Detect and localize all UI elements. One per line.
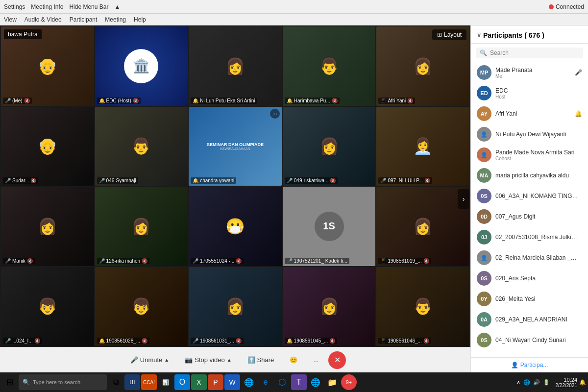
participant-name: maria pricilla cahyavika aldu [495, 172, 578, 179]
taskbar-app-5[interactable]: X [191, 374, 207, 390]
meeting-name-tag: bawa Putra [4, 29, 42, 39]
layout-button[interactable]: ⊞ Layout [432, 29, 466, 40]
search-taskbar[interactable]: 🔍Type here to search [19, 374, 107, 390]
list-item[interactable]: 0A 029_A3A_NELA ANDRIANI [471, 309, 588, 330]
video-cell-15: 👩 📱 1908561019_... 🔇 [376, 187, 469, 266]
hide-menu-bar-btn[interactable]: Hide Menu Bar [69, 3, 108, 10]
title-bar: Settings Meeting Info Hide Menu Bar ▲ Co… [0, 0, 588, 14]
battery-icon: 🔋 [543, 379, 550, 386]
tray-arrow[interactable]: ∧ [516, 379, 520, 386]
participant-label-4: 🔔 Harimbawa Pu... 🔇 [285, 98, 340, 104]
avatar: 👤 [477, 147, 491, 162]
participant-info: 04_Ni Wayan Cindy Sunari [495, 337, 578, 343]
video-cell-4: 👨 🔔 Harimbawa Pu... 🔇 [283, 26, 376, 106]
taskbar-app-2[interactable]: CCA! [141, 374, 157, 390]
layout-icon: ⊞ [437, 31, 442, 38]
taskbar-app-7[interactable]: W [224, 374, 240, 390]
list-item[interactable]: MA maria pricilla cahyavika aldu [471, 165, 588, 186]
menu-participant[interactable]: Participant [70, 16, 98, 23]
taskbar-app-3[interactable]: 📊 [158, 374, 173, 390]
menu-view[interactable]: View [4, 16, 17, 23]
taskbar-app-1[interactable]: BI [124, 374, 140, 390]
list-item[interactable]: 👤 Pande Made Nova Armita Sari Cohost [471, 145, 588, 165]
taskbar-app-4[interactable]: O [174, 374, 190, 390]
search-box: 🔍 [476, 48, 583, 58]
share-button[interactable]: ⬆️ Share [242, 353, 280, 367]
list-item[interactable]: 0Y 026_Meita Yesi [471, 289, 588, 309]
participant-name: 007_Agus Digit [495, 213, 578, 220]
list-item[interactable]: 👤 Ni Putu Ayu Dewi Wijayanti [471, 124, 588, 145]
taskbar-app-6[interactable]: P [208, 374, 223, 390]
taskbar-app-14[interactable]: 9+ [341, 374, 357, 390]
search-input[interactable] [490, 49, 579, 56]
video-dropdown[interactable]: ▲ [227, 357, 232, 363]
taskview-btn[interactable]: ⧉ [108, 374, 123, 390]
video-cell-14: 1S 🎤 1907521201_ Kadek Ir... [283, 187, 376, 266]
participant-name: EDC [495, 87, 578, 94]
settings-menu[interactable]: Settings [4, 3, 25, 10]
participant-name: 006_A3A_NI KOMANG TINGGAI [495, 193, 578, 199]
list-item[interactable]: 👤 02_Reina Marciela Silaban _200... [471, 247, 588, 268]
participants-count: ( [524, 31, 527, 39]
taskbar-app-12[interactable]: 🌐 [308, 374, 323, 390]
unmute-dropdown[interactable]: ▲ [164, 357, 169, 363]
system-tray: ∧ 🌐 🔊 🔋 [513, 379, 554, 386]
connected-label: Connected [556, 3, 584, 10]
avatar: 0A [477, 312, 491, 327]
menu-help[interactable]: Help [134, 16, 146, 23]
video-cell-19: 👩 🔔 1908561045_... 🔇 [283, 267, 376, 346]
list-item[interactable]: 0S 04_Ni Wayan Cindy Sunari [471, 330, 588, 350]
participant-name: Afri Yani [495, 110, 571, 117]
avatar: 0J [477, 230, 491, 245]
participant-name: 026_Meita Yesi [495, 295, 578, 302]
connected-indicator [549, 4, 554, 9]
next-page-arrow[interactable]: › [458, 189, 469, 209]
list-item[interactable]: 0S 006_A3A_NI KOMANG TINGGAI [471, 186, 588, 206]
avatar: AY [477, 106, 491, 121]
participant-info: Ni Putu Ayu Dewi Wijayanti [495, 131, 578, 138]
emoji-button[interactable]: 😊 [284, 353, 303, 367]
participants-list: MP Made Pranata Me 🎤 ED EDC Host AY [471, 62, 588, 357]
edc-logo-bg: 🏛️ [95, 26, 188, 106]
taskbar-app-11[interactable]: T [291, 374, 307, 390]
participant-name: 02_2007531008_Risma Julkismay [495, 234, 578, 241]
clock[interactable]: 10:24 2/22/2021 [556, 377, 578, 388]
chevron-down-icon: ∨ [477, 32, 481, 39]
notification-icon[interactable]: 🔔 [579, 379, 586, 386]
video-area: bawa Putra ⊞ Layout 👴 🎤 (Me) 🔇 � [0, 25, 470, 372]
participants-bottom-btn[interactable]: 👤 Participa... [511, 362, 548, 368]
unmute-button[interactable]: 🎤 Unmute ▲ [124, 353, 175, 367]
share-icon: ⬆️ [247, 356, 255, 364]
taskbar-app-13[interactable]: 📁 [324, 374, 340, 390]
participant-info: 029_A3A_NELA ANDRIANI [495, 316, 578, 323]
menu-meeting[interactable]: Meeting [105, 16, 126, 23]
taskbar-app-10[interactable]: ⬡ [274, 374, 290, 390]
avatar: 0S [477, 189, 491, 203]
meeting-info-btn[interactable]: Meeting Info [31, 3, 63, 10]
list-item[interactable]: 0S 020_Aris Septa [471, 268, 588, 289]
participant-info: Afri Yani [495, 110, 571, 117]
video-cell-3: 👩 🔔 Ni Luh Putu Eka Sri Artini [189, 26, 282, 106]
start-button[interactable]: ⊞ [2, 374, 18, 390]
list-item[interactable]: AY Afri Yani 🔔 [471, 103, 588, 124]
list-item[interactable]: 0D 007_Agus Digit [471, 206, 588, 227]
taskbar-app-9[interactable]: e [258, 374, 273, 390]
taskbar-app-8[interactable]: 🌐 [241, 374, 257, 390]
participant-info: maria pricilla cahyavika aldu [495, 172, 578, 179]
video-cell-13: 😷 🎤 1705551024 -... 🔇 [189, 187, 282, 266]
video-cell-18: 👩 🎤 1908561031_... 🔇 [189, 267, 282, 346]
cell-more-options[interactable]: ··· [270, 109, 280, 119]
avatar: 0S [477, 333, 491, 347]
participant-label-11: 🎤 Manik 🔇 [3, 258, 35, 264]
stop-video-button[interactable]: 📷 Stop video ▲ [179, 353, 237, 367]
mic-icon: 🎤 [130, 356, 138, 364]
participant-label-7: 🎤 046-Syamhaji [97, 177, 138, 184]
list-item[interactable]: ED EDC Host [471, 83, 588, 103]
list-item[interactable]: MP Made Pranata Me 🎤 [471, 62, 588, 83]
video-cell-9: 👩 🎤 049-riskatriwa... 🔇 [283, 107, 376, 186]
menu-audio-video[interactable]: Audio & Video [24, 16, 62, 23]
list-item[interactable]: 0J 02_2007531008_Risma Julkismay [471, 227, 588, 247]
more-button[interactable]: ... [307, 353, 324, 367]
end-meeting-button[interactable]: ✕ [328, 351, 346, 369]
participant-name: Made Pranata [495, 67, 571, 74]
